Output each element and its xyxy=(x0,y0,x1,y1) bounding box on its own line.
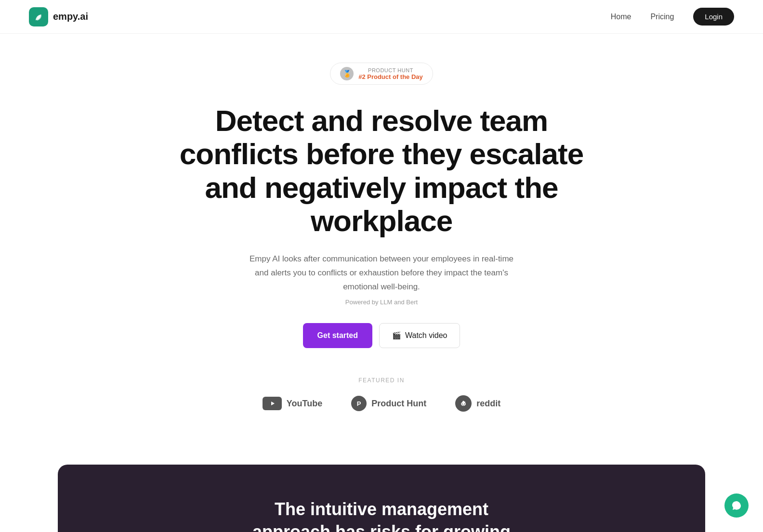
youtube-logo: YouTube xyxy=(263,397,322,410)
get-started-button[interactable]: Get started xyxy=(303,323,372,348)
dark-section: The intuitive management approach has ri… xyxy=(58,465,705,532)
featured-label: FEATURED IN xyxy=(358,377,405,384)
reddit-logo: reddit xyxy=(455,395,500,412)
nav-pricing[interactable]: Pricing xyxy=(650,13,674,21)
product-hunt-badge: 🏅 PRODUCT HUNT #2 Product of the Day xyxy=(330,63,433,85)
hero-section: 🏅 PRODUCT HUNT #2 Product of the Day Det… xyxy=(0,34,763,465)
nav-home[interactable]: Home xyxy=(611,13,631,21)
dark-section-headline: The intuitive management approach has ri… xyxy=(237,498,526,532)
producthunt-icon: P xyxy=(351,396,367,411)
svg-point-6 xyxy=(462,403,463,404)
video-icon: 🎬 xyxy=(392,331,401,340)
logo-icon xyxy=(29,7,48,26)
youtube-icon xyxy=(263,397,282,410)
svg-point-7 xyxy=(464,403,465,404)
badge-content: PRODUCT HUNT #2 Product of the Day xyxy=(358,67,423,80)
login-button[interactable]: Login xyxy=(693,8,734,26)
watch-video-button[interactable]: 🎬 Watch video xyxy=(379,323,460,348)
badge-title: #2 Product of the Day xyxy=(358,73,423,80)
producthunt-logo: P Product Hunt xyxy=(351,396,426,411)
hero-headline: Detect and resolve team conflicts before… xyxy=(165,104,598,238)
chat-button[interactable] xyxy=(724,493,749,518)
featured-section: FEATURED IN YouTube P Product Hunt xyxy=(263,377,500,412)
featured-logos: YouTube P Product Hunt xyxy=(263,395,500,412)
nav-links: Home Pricing Login xyxy=(611,8,734,26)
powered-by-text: Powered by LLM and Bert xyxy=(345,298,418,306)
watch-video-label: Watch video xyxy=(405,331,447,340)
cta-buttons: Get started 🎬 Watch video xyxy=(303,323,460,348)
badge-medal-icon: 🏅 xyxy=(340,67,354,80)
badge-source: PRODUCT HUNT xyxy=(358,67,423,73)
empy-icon xyxy=(32,11,45,23)
logo-link[interactable]: empy.ai xyxy=(29,7,88,26)
svg-point-9 xyxy=(464,402,465,402)
logo-text: empy.ai xyxy=(53,11,88,22)
reddit-icon xyxy=(455,395,472,412)
producthunt-label: Product Hunt xyxy=(371,399,426,409)
navbar: empy.ai Home Pricing Login xyxy=(0,0,763,34)
reddit-label: reddit xyxy=(476,399,500,409)
hero-subtext: Empy AI looks after communication betwee… xyxy=(247,252,516,294)
youtube-label: YouTube xyxy=(287,399,322,409)
chat-icon xyxy=(731,500,742,511)
